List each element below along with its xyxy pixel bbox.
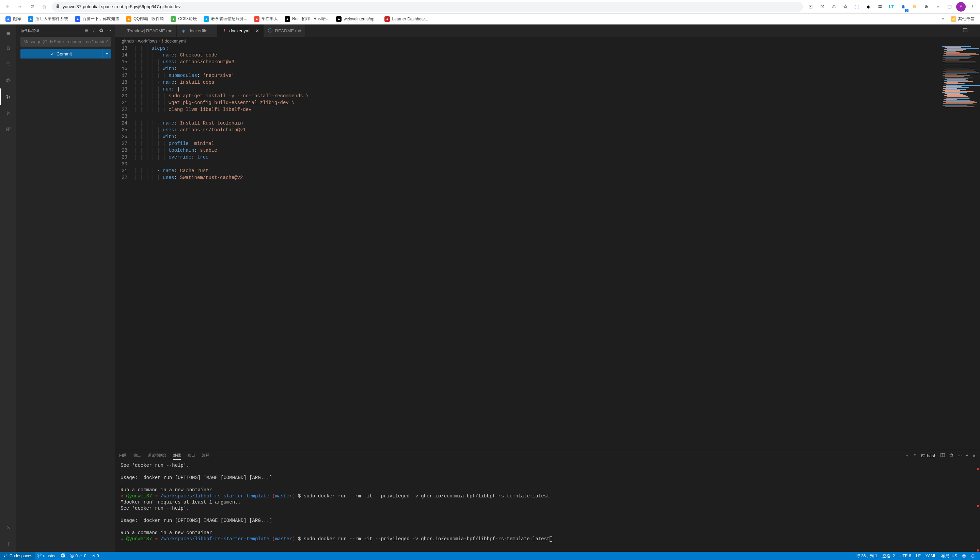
problems-button[interactable]: ⓧ0 ⚠0 [67, 552, 89, 560]
search-icon[interactable] [0, 56, 16, 72]
bookmark-item[interactable]: ●翻译 [3, 15, 24, 23]
more-panel-actions-icon[interactable]: ⋯ [958, 453, 962, 458]
new-terminal-icon[interactable]: + [906, 453, 908, 458]
svg-rect-18 [8, 128, 10, 129]
settings-gear-icon[interactable] [0, 535, 16, 552]
chrome-menu-icon[interactable] [968, 2, 977, 12]
yaml-file-icon: ! [162, 38, 163, 43]
code-editor[interactable]: 1314151617181920212223242526272829303132… [115, 45, 980, 450]
panel-tab[interactable]: 输出 [134, 452, 141, 460]
extensions-menu-icon[interactable] [921, 2, 931, 12]
close-tab-icon[interactable]: ✕ [255, 28, 259, 33]
bookmark-item[interactable]: ●CC98论坛 [168, 15, 199, 23]
remote-codespaces-button[interactable]: Codespaces [0, 552, 35, 560]
share-icon[interactable] [829, 2, 838, 12]
explorer-icon[interactable] [0, 40, 16, 56]
browser-toolbar-icons: ◯ ◆ LT 0 ⦀⦀ Y [806, 2, 977, 12]
eol-button[interactable]: LF [913, 552, 923, 560]
extension-icon[interactable]: ◆ [863, 2, 873, 12]
panel-tab[interactable]: 调试控制台 [148, 452, 167, 460]
split-editor-icon[interactable] [963, 28, 967, 33]
indentation-button[interactable]: 空格: 2 [880, 552, 897, 560]
refresh-icon[interactable] [99, 28, 103, 33]
run-debug-icon[interactable] [0, 105, 16, 121]
commit-message-input[interactable] [20, 37, 111, 47]
accounts-icon[interactable] [0, 519, 16, 535]
extensions-icon[interactable] [0, 121, 16, 137]
bookmarks-overflow[interactable]: » [940, 16, 947, 22]
extension-icon[interactable]: 0 [898, 2, 908, 12]
bookmark-item[interactable]: ●weloveinterns/op... [333, 15, 380, 23]
bookmark-item[interactable]: ●百度一下，你就知道 [72, 15, 122, 23]
commit-button[interactable]: ✓ Commit [20, 49, 102, 58]
svg-point-20 [7, 543, 8, 544]
commit-dropdown-button[interactable] [102, 49, 111, 58]
notifications-icon[interactable] [968, 552, 977, 560]
sidebar-header: 源代码管理 ✓ ⋯ [16, 25, 115, 37]
breadcrumbs[interactable]: .github › workflows › ! docker.yml [115, 37, 980, 45]
maximize-panel-icon[interactable]: ^ [966, 453, 968, 458]
bookmark-item[interactable]: ●浙江大学邮件系统 [25, 15, 71, 23]
extension-icon[interactable] [875, 2, 885, 12]
other-bookmarks-folder[interactable]: 📁 其他书签 [948, 15, 977, 23]
bookmark-item[interactable]: ●Learner Dashboar... [382, 15, 431, 23]
hamburger-menu-icon[interactable] [0, 27, 16, 40]
editor-tab[interactable]: ⓘREADME.md [264, 25, 306, 37]
install-app-icon[interactable] [806, 2, 815, 12]
breadcrumb-segment[interactable]: workflows [138, 38, 157, 43]
extension-icon[interactable]: ◯ [852, 2, 861, 12]
open-external-icon[interactable] [817, 2, 827, 12]
breadcrumb-segment[interactable]: .github [120, 38, 134, 43]
back-button[interactable] [3, 2, 12, 12]
bookmark-item[interactable]: ●教学管理信息服务... [201, 15, 250, 23]
extension-icon[interactable]: ⦀⦀ [910, 2, 920, 12]
downloads-icon[interactable] [933, 2, 943, 12]
panel-tab[interactable]: 终端 [173, 452, 181, 460]
cursor-position[interactable]: 行 36，列 1 [854, 552, 880, 560]
layout-button[interactable]: 布局: US [939, 552, 960, 560]
breadcrumb-segment[interactable]: docker.yml [164, 38, 186, 43]
ports-button[interactable]: 0 [89, 552, 102, 560]
svg-line-11 [9, 65, 10, 66]
bookmark-item[interactable]: ●学在浙大 [251, 15, 281, 23]
panel-tab[interactable]: 问题 [119, 452, 127, 460]
bookmark-star-icon[interactable] [840, 2, 850, 12]
bookmark-item[interactable]: ●Rust 招聘 - Rust语... [282, 15, 332, 23]
favicon: ● [5, 16, 11, 22]
reload-button[interactable] [27, 2, 37, 12]
extension-icon[interactable]: LT [887, 2, 896, 12]
more-actions-icon[interactable]: ⋯ [107, 28, 111, 33]
feedback-icon[interactable] [960, 552, 968, 560]
split-terminal-icon[interactable] [940, 453, 945, 458]
language-mode-button[interactable]: YAML [923, 552, 939, 560]
kill-terminal-icon[interactable] [949, 453, 953, 458]
view-as-tree-icon[interactable] [84, 28, 88, 33]
terminal[interactable]: See 'docker run --help'. Usage: docker r… [115, 461, 980, 552]
editor-tab[interactable]: !docker.yml✕ [217, 25, 263, 37]
close-panel-icon[interactable]: ✕ [972, 453, 976, 458]
sync-button[interactable] [58, 552, 67, 560]
bookmark-item[interactable]: ●QQ邮箱 - 收件箱 [123, 15, 167, 23]
panel-tab[interactable]: 注释 [202, 452, 209, 460]
terminal-profile-icon[interactable]: bash [921, 453, 937, 458]
minimap[interactable] [939, 45, 980, 450]
file-icon: ⓘ [268, 28, 273, 33]
more-editor-actions-icon[interactable]: ⋯ [972, 28, 976, 33]
side-panel-icon[interactable] [945, 2, 954, 12]
github-icon[interactable] [0, 72, 16, 88]
editor-tab[interactable]: ◈dockerfile [177, 25, 217, 37]
editor-tab[interactable]: [Preview] README.md [115, 25, 177, 37]
encoding-button[interactable]: UTF-8 [897, 552, 913, 560]
svg-point-8 [972, 6, 973, 7]
terminal-dropdown-icon[interactable] [913, 453, 917, 458]
forward-button[interactable] [15, 2, 25, 12]
profile-avatar[interactable]: Y [956, 2, 966, 12]
commit-check-icon[interactable]: ✓ [92, 28, 95, 33]
source-control-icon[interactable] [0, 88, 16, 105]
home-button[interactable] [40, 2, 49, 12]
panel-tab[interactable]: 端口 [187, 452, 195, 460]
address-bar[interactable]: yunwei37-potential-space-trout-rpr5qwj66… [52, 2, 803, 12]
git-branch-button[interactable]: master [35, 552, 58, 560]
svg-point-12 [7, 95, 7, 96]
chevron-right-icon: › [135, 38, 137, 43]
